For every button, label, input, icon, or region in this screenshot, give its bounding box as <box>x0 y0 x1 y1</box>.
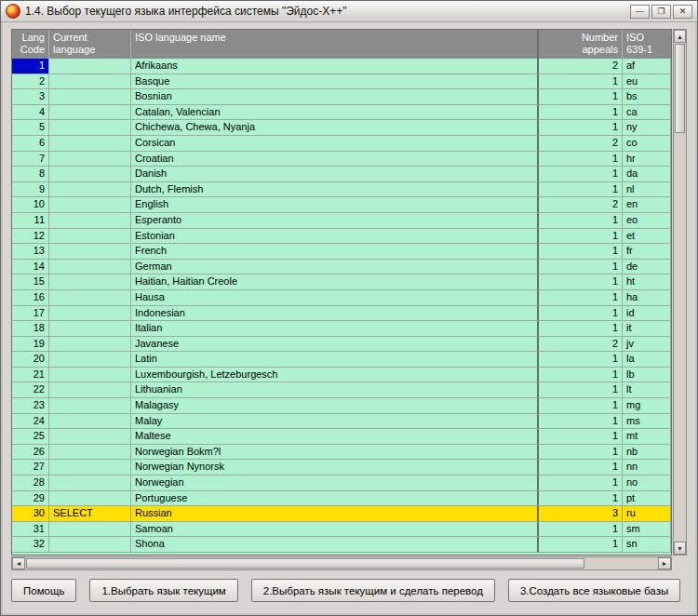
cell-number-appeals[interactable]: 1 <box>539 537 623 553</box>
cell-current-language[interactable] <box>49 120 131 136</box>
cell-current-language[interactable] <box>49 136 131 152</box>
cell-lang-code[interactable]: 29 <box>12 491 49 507</box>
cell-iso-639-1[interactable]: sn <box>623 537 671 553</box>
cell-current-language[interactable] <box>49 290 131 306</box>
table-row[interactable]: 27Norwegian Nynorsk1nn <box>12 460 671 475</box>
cell-iso-language-name[interactable]: Afrikaans <box>131 59 539 74</box>
select-language-button[interactable]: 1.Выбрать язык текущим <box>89 579 237 602</box>
table-row[interactable]: 11Esperanto1eo <box>12 213 671 229</box>
cell-iso-639-1[interactable]: eo <box>623 213 671 229</box>
cell-iso-639-1[interactable]: nb <box>623 445 671 461</box>
cell-iso-language-name[interactable]: Norwegian Nynorsk <box>131 460 539 475</box>
cell-iso-639-1[interactable]: eu <box>623 74 671 90</box>
cell-current-language[interactable] <box>49 537 131 553</box>
cell-iso-639-1[interactable]: et <box>623 229 671 245</box>
table-row[interactable]: 12Estonian1et <box>12 229 671 245</box>
cell-lang-code[interactable]: 14 <box>12 260 49 275</box>
cell-iso-language-name[interactable]: Dutch, Flemish <box>131 182 539 198</box>
cell-number-appeals[interactable]: 1 <box>539 522 623 538</box>
cell-lang-code[interactable]: 7 <box>12 152 49 167</box>
cell-iso-639-1[interactable]: hr <box>623 152 671 167</box>
cell-lang-code[interactable]: 20 <box>12 352 49 368</box>
cell-number-appeals[interactable]: 1 <box>539 306 623 322</box>
cell-iso-language-name[interactable]: Hausa <box>131 290 539 306</box>
cell-number-appeals[interactable]: 1 <box>539 368 623 383</box>
cell-lang-code[interactable]: 26 <box>12 445 49 461</box>
cell-iso-639-1[interactable]: de <box>623 260 671 275</box>
cell-lang-code[interactable]: 11 <box>12 213 49 229</box>
cell-iso-language-name[interactable]: Esperanto <box>131 213 539 229</box>
cell-number-appeals[interactable]: 1 <box>539 382 623 398</box>
cell-iso-language-name[interactable]: Danish <box>131 167 539 182</box>
cell-iso-639-1[interactable]: da <box>623 167 671 182</box>
cell-current-language[interactable]: SELECT <box>49 506 131 522</box>
vertical-scrollbar-track[interactable] <box>674 134 686 542</box>
cell-lang-code[interactable]: 13 <box>12 244 49 260</box>
horizontal-scrollbar-thumb[interactable] <box>26 558 584 569</box>
cell-current-language[interactable] <box>49 260 131 275</box>
cell-iso-language-name[interactable]: Catalan, Valencian <box>131 105 539 121</box>
cell-current-language[interactable] <box>49 59 131 74</box>
cell-iso-language-name[interactable]: German <box>131 260 539 275</box>
cell-iso-639-1[interactable]: mg <box>623 398 671 414</box>
create-language-bases-button[interactable]: 3.Создать все языковые базы <box>508 579 680 602</box>
cell-lang-code[interactable]: 10 <box>12 197 49 213</box>
cell-iso-639-1[interactable]: la <box>623 352 671 368</box>
cell-current-language[interactable] <box>49 213 131 229</box>
table-row[interactable]: 13French1fr <box>12 244 671 260</box>
cell-lang-code[interactable]: 18 <box>12 321 49 337</box>
table-row[interactable]: 9Dutch, Flemish1nl <box>12 182 671 198</box>
help-button[interactable]: Помощь <box>11 579 76 602</box>
cell-number-appeals[interactable]: 2 <box>539 337 623 353</box>
vertical-scrollbar[interactable]: ▲ ▼ <box>673 29 687 556</box>
cell-lang-code[interactable]: 23 <box>12 398 49 414</box>
cell-number-appeals[interactable]: 1 <box>539 120 623 136</box>
cell-iso-language-name[interactable]: Luxembourgish, Letzeburgesch <box>131 368 539 383</box>
table-row[interactable]: 25Maltese1mt <box>12 429 671 445</box>
cell-iso-language-name[interactable]: Italian <box>131 321 539 337</box>
cell-lang-code[interactable]: 27 <box>12 460 49 475</box>
table-row[interactable]: 28Norwegian1no <box>12 475 671 491</box>
table-row[interactable]: 10English2en <box>12 197 671 213</box>
cell-lang-code[interactable]: 25 <box>12 429 49 445</box>
cell-iso-language-name[interactable]: Basque <box>131 74 539 90</box>
cell-current-language[interactable] <box>49 429 131 445</box>
cell-number-appeals[interactable]: 1 <box>539 152 623 167</box>
cell-iso-639-1[interactable]: en <box>623 197 671 213</box>
cell-iso-language-name[interactable]: Malagasy <box>131 398 539 414</box>
table-row[interactable]: 18Italian1it <box>12 321 671 337</box>
cell-iso-639-1[interactable]: nn <box>623 460 671 475</box>
table-row[interactable]: 31Samoan1sm <box>12 522 671 538</box>
table-row[interactable]: 20Latin1la <box>12 352 671 368</box>
scroll-left-icon[interactable]: ◄ <box>12 557 25 569</box>
cell-lang-code[interactable]: 31 <box>12 522 49 538</box>
table-row[interactable]: 1Afrikaans2af <box>12 59 671 74</box>
cell-iso-language-name[interactable]: Shona <box>131 537 539 553</box>
cell-lang-code[interactable]: 32 <box>12 537 49 553</box>
cell-lang-code[interactable]: 3 <box>12 89 49 105</box>
cell-current-language[interactable] <box>49 414 131 430</box>
horizontal-scrollbar-track[interactable] <box>585 557 658 569</box>
cell-current-language[interactable] <box>49 321 131 337</box>
table-row[interactable]: 32Shona1sn <box>12 537 671 553</box>
cell-number-appeals[interactable]: 1 <box>539 398 623 414</box>
cell-current-language[interactable] <box>49 105 131 121</box>
cell-lang-code[interactable]: 5 <box>12 120 49 136</box>
close-button[interactable]: ✕ <box>673 5 692 19</box>
cell-iso-language-name[interactable]: Haitian, Haitian Creole <box>131 275 539 290</box>
minimize-button[interactable]: — <box>630 5 650 19</box>
cell-iso-language-name[interactable]: French <box>131 244 539 260</box>
table-row[interactable]: 4Catalan, Valencian1ca <box>12 105 671 121</box>
cell-number-appeals[interactable]: 1 <box>539 275 623 290</box>
cell-iso-language-name[interactable]: Malay <box>131 414 539 430</box>
cell-iso-language-name[interactable]: English <box>131 197 539 213</box>
table-row[interactable]: 2Basque1eu <box>12 74 671 90</box>
cell-lang-code[interactable]: 6 <box>12 136 49 152</box>
cell-iso-language-name[interactable]: Bosnian <box>131 89 539 105</box>
cell-number-appeals[interactable]: 1 <box>539 244 623 260</box>
cell-number-appeals[interactable]: 3 <box>539 506 623 522</box>
scroll-right-icon[interactable]: ► <box>658 557 671 569</box>
table-row[interactable]: 16Hausa1ha <box>12 290 671 306</box>
cell-current-language[interactable] <box>49 229 131 245</box>
cell-lang-code[interactable]: 2 <box>12 74 49 90</box>
